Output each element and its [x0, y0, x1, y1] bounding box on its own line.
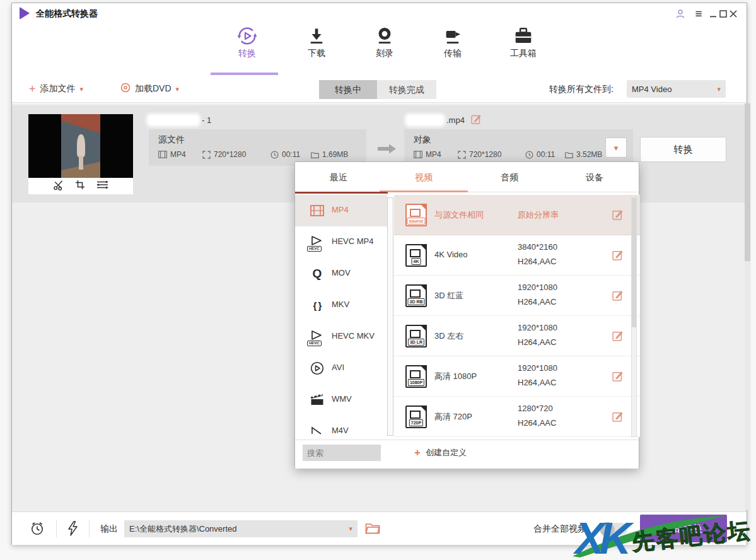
format-item-mov[interactable]: Q MOV — [295, 258, 387, 289]
plus-icon: + — [414, 446, 421, 459]
chevron-down-icon: ▾ — [80, 85, 84, 93]
preset-720p-icon: 720P — [405, 405, 427, 428]
folder-icon — [565, 151, 573, 158]
open-folder-icon[interactable] — [365, 522, 380, 537]
create-custom-button[interactable]: + 创建自定义 — [414, 445, 467, 461]
convert-icon — [222, 26, 272, 47]
merge-toggle[interactable] — [600, 523, 627, 535]
resolution-icon — [458, 151, 466, 159]
preset-item-4k[interactable]: 4K 4K Video 3840*2160 H264,AAC — [394, 235, 640, 276]
high-speed-bolt-icon[interactable] — [66, 521, 79, 539]
add-file-button[interactable]: + 添加文件 ▾ — [29, 82, 83, 96]
video-frame — [61, 114, 100, 178]
format-item-hevc-mp4[interactable]: HEVC HEVC MP4 — [295, 226, 387, 258]
format-list-scrollbar[interactable] — [387, 197, 393, 436]
resolution-icon — [202, 151, 211, 159]
target-duration: 00:11 — [525, 150, 555, 159]
toggle-knob — [600, 522, 614, 536]
preset-item-3d-redblue[interactable]: 3D RB 3D 红蓝 1920*1080 H264,AAC — [394, 276, 640, 316]
format-item-m4v[interactable]: M4V — [295, 416, 387, 440]
preset-item-hd720p[interactable]: 720P 高清 720P 1280*720 H264,AAC — [394, 397, 640, 437]
matroska-icon: { } — [309, 297, 325, 313]
redacted-file-name — [149, 116, 198, 124]
format-item-hevc-mkv[interactable]: HEVC HEVC MKV — [295, 321, 387, 353]
preset-item-same-as-source[interactable]: source 与源文件相同 原始分辨率 — [394, 195, 640, 235]
convert-all-button[interactable]: 全部转换 — [640, 515, 727, 542]
preset-list-scrollbar[interactable] — [631, 197, 637, 437]
app-window: 全能格式转换器 ≡ 转换 下载 刻录 — [11, 3, 747, 545]
format-item-mkv[interactable]: { } MKV — [295, 289, 387, 321]
folder-icon — [311, 151, 319, 158]
source-panel-title: 源文件 — [158, 134, 185, 146]
target-format-dropdown-button[interactable]: ▾ — [605, 137, 627, 158]
dvd-icon — [120, 83, 131, 95]
preset-1080p-icon: 1080P — [405, 365, 427, 388]
preset-edit-icon[interactable] — [612, 411, 624, 424]
popup-left-column-accent — [295, 192, 388, 194]
search-input[interactable] — [303, 445, 381, 461]
redacted-file-name — [407, 116, 443, 124]
crop-icon[interactable] — [75, 180, 85, 192]
preset-edit-icon[interactable] — [612, 249, 624, 263]
popup-tab-recent[interactable]: 最近 — [304, 162, 373, 192]
rename-edit-icon[interactable] — [471, 114, 482, 126]
download-icon — [291, 26, 342, 47]
load-dvd-button[interactable]: 加载DVD ▾ — [120, 82, 179, 96]
chevron-down-icon: ▾ — [176, 85, 180, 93]
target-file-name: .mp4 — [407, 114, 482, 125]
format-item-mp4[interactable]: MP4 — [295, 195, 387, 226]
output-path-input[interactable] — [124, 524, 349, 534]
nav-tab-burn[interactable]: 刻录 — [359, 26, 410, 65]
preset-scrollbar-thumb[interactable] — [632, 198, 636, 327]
preset-edit-icon[interactable] — [612, 330, 624, 344]
output-format-dropdown[interactable]: MP4 Video ▾ — [627, 80, 726, 98]
format-item-wmv[interactable]: WMV — [295, 384, 387, 416]
target-info-panel: 对象 MP4 720*1280 00:11 3.52MB — [404, 129, 633, 166]
mp4-film-icon — [309, 202, 325, 219]
effects-sliders-icon[interactable] — [96, 180, 108, 192]
play-circle-icon — [309, 360, 325, 376]
nav-tab-download[interactable]: 下载 — [291, 26, 342, 65]
nav-tab-transfer[interactable]: 传输 — [427, 26, 478, 65]
source-resolution: 720*1280 — [202, 150, 246, 159]
nav-tab-toolbox[interactable]: 工具箱 — [498, 26, 549, 65]
source-file-name: - 1 — [149, 114, 211, 125]
video-thumbnail — [28, 114, 133, 194]
preset-edit-icon[interactable] — [612, 209, 624, 223]
source-to-target-arrow-icon — [378, 143, 397, 157]
title-bar: 全能格式转换器 ≡ — [12, 3, 747, 25]
preset-item-hd1080p[interactable]: 1080P 高清 1080P 1920*1080 H264,AAC — [394, 356, 640, 397]
preset-item-3d-leftright[interactable]: 3D LR 3D 左右 1920*1080 H264,AAC — [394, 316, 640, 356]
film-icon — [414, 151, 422, 158]
popup-tab-audio[interactable]: 音频 — [475, 162, 544, 192]
schedule-clock-icon[interactable] — [30, 521, 45, 539]
burn-disc-icon — [359, 26, 410, 47]
main-scrollbar[interactable] — [745, 103, 750, 510]
transfer-icon — [427, 26, 478, 47]
preset-3drb-icon: 3D RB — [405, 284, 427, 307]
convert-all-to-label: 转换所有文件到: — [549, 84, 614, 95]
account-icon[interactable] — [674, 8, 687, 20]
tab-converting[interactable]: 转换中 — [319, 80, 377, 99]
film-icon — [158, 151, 167, 158]
nav-tab-convert[interactable]: 转换 — [222, 26, 272, 65]
convert-row-button[interactable]: 转换 — [640, 137, 726, 162]
output-path-dropdown[interactable]: ▾ — [124, 520, 358, 537]
source-format: MP4 — [158, 150, 186, 159]
preset-edit-icon[interactable] — [612, 289, 624, 303]
menu-icon[interactable]: ≡ — [692, 8, 705, 20]
close-button[interactable] — [727, 8, 740, 20]
toolbox-icon — [498, 26, 549, 47]
popup-tab-video[interactable]: 视频 — [389, 162, 458, 192]
target-size: 3.52MB — [565, 150, 602, 159]
preset-edit-icon[interactable] — [612, 370, 624, 384]
main-scrollbar-thumb[interactable] — [745, 103, 750, 261]
tab-finished[interactable]: 转换完成 — [377, 80, 436, 99]
trim-scissors-icon[interactable] — [53, 180, 64, 193]
format-item-avi[interactable]: AVI — [295, 353, 387, 384]
hevc-play-icon: HEVC — [309, 329, 325, 345]
hevc-play-icon: HEVC — [309, 234, 325, 250]
popup-tab-device[interactable]: 设备 — [560, 162, 629, 192]
target-format: MP4 — [414, 150, 441, 159]
preset-3dlr-icon: 3D LR — [405, 325, 427, 347]
